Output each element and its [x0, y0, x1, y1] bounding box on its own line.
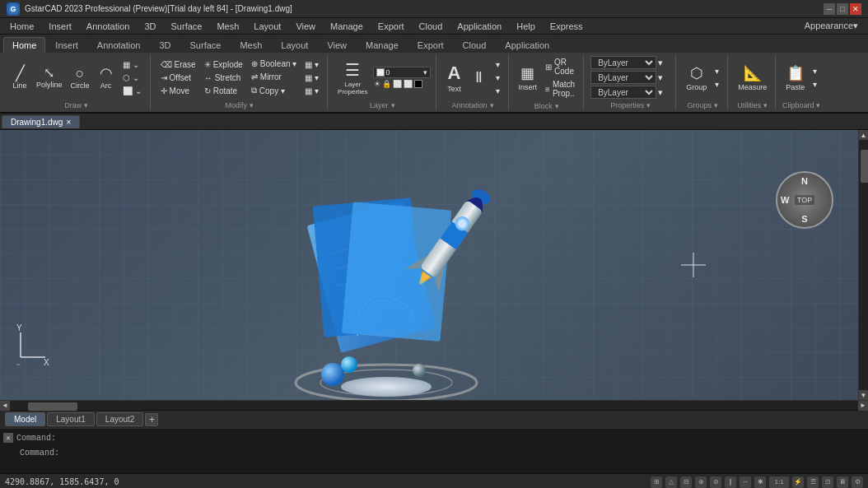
select-bylayer1[interactable]: ByLayer [590, 56, 656, 69]
status-icon-snap[interactable]: △ [665, 476, 677, 488]
status-icon-monitor[interactable]: 🖥 [837, 476, 848, 488]
title-bar-controls[interactable]: ─ □ ✕ [824, 3, 861, 15]
menu-insert[interactable]: Insert [42, 20, 78, 33]
tab-cloud[interactable]: Cloud [454, 37, 496, 53]
menu-appearance[interactable]: Appearance▾ [798, 19, 865, 33]
btn-move[interactable]: ✛ Move [157, 85, 199, 97]
draw-expand-icon[interactable]: ▾ [84, 101, 88, 109]
minimize-button[interactable]: ─ [824, 3, 835, 15]
btn-draw-extra3[interactable]: ⬜⌄ [119, 85, 145, 97]
drawing-tab-close[interactable]: × [66, 118, 71, 127]
group-clipboard-label[interactable]: Clipboard ▾ [781, 100, 822, 110]
btn-stretch[interactable]: ↔ Stretch [201, 72, 246, 84]
select-bylayer3[interactable]: ByLayer [590, 86, 656, 99]
menu-export[interactable]: Export [371, 20, 411, 33]
btn-layer-properties[interactable]: ☰ LayerProperties [334, 56, 371, 99]
menu-help[interactable]: Help [510, 20, 542, 33]
tab-manage[interactable]: Manage [357, 37, 408, 53]
scroll-up-btn[interactable]: ▲ [859, 130, 869, 140]
group-annotation-label[interactable]: Annotation ▾ [441, 100, 505, 110]
btn-boolean[interactable]: ⊕ Boolean ▾ [248, 58, 300, 70]
btn-groups-extra1[interactable]: ▾ [712, 65, 722, 77]
tab-insert[interactable]: Insert [46, 37, 87, 53]
menu-home[interactable]: Home [3, 20, 40, 33]
close-button[interactable]: ✕ [850, 3, 861, 15]
tab-layout1[interactable]: Layout1 [47, 412, 95, 426]
tab-export[interactable]: Export [408, 37, 453, 53]
btn-insert-block[interactable]: ▦ Insert [516, 57, 541, 100]
cmd-close-1[interactable]: ✕ [3, 433, 13, 443]
scroll-right-btn[interactable]: ► [858, 401, 868, 411]
drawing-tab-main[interactable]: Drawing1.dwg × [2, 115, 80, 128]
scroll-thumb-h[interactable] [28, 402, 77, 411]
menu-application[interactable]: Application [450, 20, 508, 33]
clipboard-expand-icon[interactable]: ▾ [816, 101, 820, 109]
menu-annotation[interactable]: Annotation [80, 20, 137, 33]
bylayer2-dropdown-icon[interactable]: ▾ [658, 72, 663, 83]
group-groups-label[interactable]: Groups ▾ [681, 100, 724, 110]
bylayer3-dropdown-icon[interactable]: ▾ [658, 87, 663, 98]
btn-rotate[interactable]: ↻ Rotate [201, 85, 246, 97]
tab-application[interactable]: Application [496, 37, 558, 53]
status-icon-display[interactable]: ⊡ [822, 476, 833, 488]
select-bylayer2[interactable]: ByLayer [590, 71, 656, 84]
btn-explode[interactable]: ✳ Explode [201, 58, 246, 71]
status-icon-settings[interactable]: ⚙ [852, 476, 863, 488]
group-draw-label[interactable]: Draw ▾ [7, 100, 147, 110]
maximize-button[interactable]: □ [837, 3, 848, 15]
tab-add-button[interactable]: + [145, 413, 158, 426]
tab-layout2[interactable]: Layout2 [96, 412, 144, 426]
btn-copy[interactable]: ⧉ Copy ▾ [248, 84, 300, 97]
layer-expand-icon[interactable]: ▾ [391, 101, 395, 109]
btn-match-prop[interactable]: ≡ MatchProp.. [542, 78, 578, 100]
btn-groups-extra2[interactable]: ▾ [712, 78, 722, 91]
horizontal-scrollbar[interactable]: ◄ ► [0, 400, 868, 410]
btn-draw-extra2[interactable]: ⬡⌄ [119, 72, 145, 84]
scroll-thumb-v[interactable] [861, 150, 868, 183]
status-icon-lightning[interactable]: ⚡ [792, 476, 804, 488]
btn-polyline[interactable]: ⤡ Polyline [33, 56, 66, 99]
vertical-scrollbar[interactable]: ▲ ▼ [858, 130, 868, 400]
btn-mod-extra1[interactable]: ▦ ▾ [301, 58, 322, 71]
btn-mirror[interactable]: ⇌ Mirror [248, 71, 300, 83]
btn-circle[interactable]: ○ Circle [68, 56, 93, 99]
menu-manage[interactable]: Manage [324, 20, 370, 33]
status-icon-grid[interactable]: ⊞ [651, 476, 662, 488]
menu-express[interactable]: Express [544, 20, 590, 33]
btn-paste[interactable]: 📋 Paste [782, 56, 808, 99]
layer-dropdown-icon[interactable]: ▾ [423, 68, 427, 77]
menu-mesh[interactable]: Mesh [210, 20, 245, 33]
btn-line[interactable]: ╱ Line [8, 56, 31, 99]
status-icon-list[interactable]: ☰ [807, 476, 819, 488]
scroll-left-btn[interactable]: ◄ [0, 401, 10, 411]
status-icon-otrack[interactable]: ∥ [725, 476, 736, 488]
properties-expand-icon[interactable]: ▾ [646, 101, 651, 109]
canvas-area[interactable]: Performance Y X ✕ N S W TOP [0, 130, 858, 400]
menu-cloud[interactable]: Cloud [413, 20, 450, 33]
utilities-expand-icon[interactable]: ▾ [763, 101, 768, 109]
tab-model[interactable]: Model [5, 412, 45, 426]
btn-ann3[interactable]: ▾ [492, 85, 503, 97]
tab-layout[interactable]: Layout [272, 37, 317, 53]
group-block-label[interactable]: Block ▾ [514, 101, 581, 111]
modify-expand-icon[interactable]: ▾ [250, 101, 254, 109]
group-layer-label[interactable]: Layer ▾ [333, 100, 432, 110]
bylayer1-dropdown-icon[interactable]: ▾ [658, 58, 663, 68]
menu-layout[interactable]: Layout [247, 20, 287, 33]
groups-expand-icon[interactable]: ▾ [714, 101, 718, 109]
btn-draw-extra1[interactable]: ▦⌄ [119, 58, 145, 71]
scroll-down-btn[interactable]: ▼ [859, 390, 869, 400]
btn-ann2[interactable]: ▾ [492, 72, 503, 84]
tab-home[interactable]: Home [3, 37, 45, 53]
tab-view[interactable]: View [318, 37, 356, 53]
status-icon-ucs[interactable]: ✱ [754, 476, 766, 488]
btn-annotation-extra[interactable]: Ⅱ [468, 56, 491, 99]
status-icon-ortho[interactable]: ⊟ [680, 476, 692, 488]
tab-surface[interactable]: Surface [181, 37, 231, 53]
group-utilities-label[interactable]: Utilities ▾ [733, 100, 772, 110]
tab-3d[interactable]: 3D [150, 37, 180, 53]
btn-arc[interactable]: ◠ Arc [95, 56, 118, 99]
tab-annotation[interactable]: Annotation [88, 37, 150, 53]
btn-ann1[interactable]: ▾ [492, 58, 503, 71]
btn-measure[interactable]: 📐 Measure [735, 56, 770, 99]
